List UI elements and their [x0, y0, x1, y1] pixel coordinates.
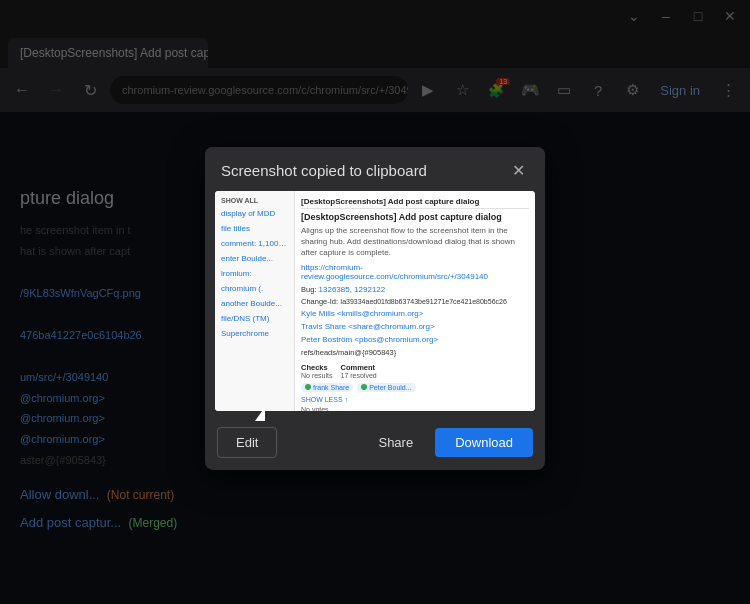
comment-value: 17 resolved [341, 372, 377, 379]
gerrit-badge-row: frank Share Peter Bould... [301, 383, 529, 392]
change-id-label: Change-Id: [301, 297, 338, 306]
sidebar-lromium[interactable]: lromium: [215, 266, 294, 281]
gerrit-comments: Comment 17 resolved [341, 363, 377, 379]
gerrit-meta-section: Bug: 1326385, 1292122 Change-Id: Ia39334… [301, 284, 529, 359]
screenshot-dialog: Screenshot copied to clipboard ✕ SHOW AL… [205, 147, 545, 470]
sidebar-display-mdd[interactable]: display of MDD [215, 206, 294, 221]
dialog-inner-panel: SHOW ALL display of MDD file titles comm… [215, 191, 535, 411]
gerrit-cr-commit: refs/heads/main@{#905843} [301, 347, 529, 359]
gerrit-cl-desc: Aligns up the screenshot flow to the scr… [301, 225, 529, 259]
sidebar-enter-boulde[interactable]: enter Boulde... [215, 251, 294, 266]
reviewed-by-3-value[interactable]: Peter Boström <pbos@chromium.org> [301, 335, 438, 344]
gerrit-cl-title: [DesktopScreenshots] Add post capture di… [301, 212, 529, 222]
green-dot-2 [361, 384, 367, 390]
share-button[interactable]: Share [360, 428, 431, 457]
checks-label: Checks [301, 363, 333, 372]
gerrit-checks-row: Checks No results Comment 17 resolved [301, 363, 529, 379]
sidebar-file-dns[interactable]: file/DNS (TM) [215, 311, 294, 326]
change-id-value: Ia39334aed01fd8b63743be91271e7ce421e80b5… [340, 298, 507, 305]
gerrit-main-content: [DesktopScreenshots] Add post capture di… [295, 191, 535, 411]
reviewed-by-2-value[interactable]: Travis Share <share@chromium.org> [301, 322, 435, 331]
green-dot-1 [305, 384, 311, 390]
sidebar-comment[interactable]: comment: 1,100 (2) [215, 236, 294, 251]
sidebar-superchrome[interactable]: Superchrome [215, 326, 294, 341]
gerrit-reviewed-by-1: Kyle Mills <kmills@chromium.org> [301, 308, 529, 321]
dialog-header: Screenshot copied to clipboard ✕ [205, 147, 545, 191]
badge-frank-share: frank Share [301, 383, 353, 392]
checks-value: No results [301, 372, 333, 379]
gerrit-cl-url[interactable]: https://chromium-review.googlesource.com… [301, 263, 529, 281]
bug-label: Bug: [301, 285, 316, 294]
gerrit-reviewed-by-2: Travis Share <share@chromium.org> [301, 321, 529, 334]
gerrit-checks: Checks No results [301, 363, 333, 379]
dialog-close-button[interactable]: ✕ [507, 159, 529, 181]
badge-peter-bould: Peter Bould... [357, 383, 415, 392]
dialog-title: Screenshot copied to clipboard [221, 161, 427, 178]
gerrit-reviewed-by-3: Peter Boström <pbos@chromium.org> [301, 334, 529, 347]
show-less-button[interactable]: SHOW LESS ↑ [301, 396, 348, 403]
comment-label: Comment [341, 363, 377, 372]
badge-2-label: Peter Bould... [369, 384, 411, 391]
show-all-label[interactable]: SHOW ALL [215, 195, 294, 206]
badge-1-label: frank Share [313, 384, 349, 391]
gerrit-inner-title: [DesktopScreenshots] Add post capture di… [301, 195, 529, 209]
reviewed-by-1-value[interactable]: Kyle Mills <kmills@chromium.org> [301, 309, 423, 318]
cr-commit-value: refs/heads/main@{#905843} [301, 348, 396, 357]
gerrit-sidebar: SHOW ALL display of MDD file titles comm… [215, 191, 295, 411]
sidebar-file-titles[interactable]: file titles [215, 221, 294, 236]
show-less-row: SHOW LESS ↑ [301, 394, 529, 404]
gerrit-change-id-line: Change-Id: Ia39334aed01fd8b63743be91271e… [301, 296, 529, 308]
no-votes-label: No votes [301, 406, 529, 411]
gerrit-bug-line: Bug: 1326385, 1292122 [301, 284, 529, 297]
sidebar-chromium[interactable]: chromium (. [215, 281, 294, 296]
edit-button[interactable]: Edit [217, 427, 277, 458]
download-button[interactable]: Download [435, 428, 533, 457]
right-actions: Share Download [360, 428, 533, 457]
sidebar-another-boulde[interactable]: another Boulde... [215, 296, 294, 311]
gerrit-preview: SHOW ALL display of MDD file titles comm… [215, 191, 535, 411]
dialog-actions: Edit Share Download [205, 419, 545, 470]
bug-links[interactable]: 1326385, 1292122 [319, 285, 386, 294]
